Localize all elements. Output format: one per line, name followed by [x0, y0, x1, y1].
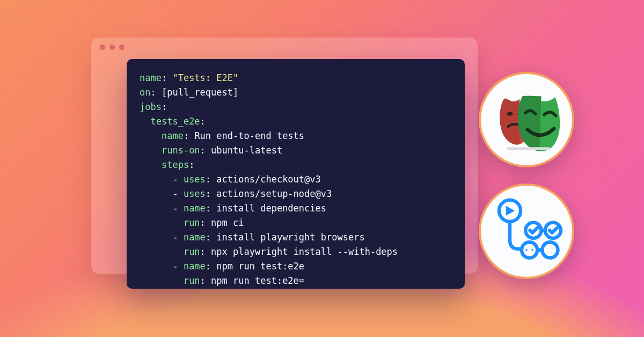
- traffic-light-dot: [109, 45, 115, 50]
- code-token: : Run end-to-end tests: [184, 130, 304, 141]
- code-token: tests_e2e: [150, 116, 200, 127]
- code-line: run: npm ci: [140, 216, 452, 230]
- code-token: run: [184, 275, 200, 286]
- code-token: name: [184, 203, 206, 214]
- code-line: - uses: actions/setup-node@v3: [140, 187, 452, 201]
- code-line: - name: install playwright browsers: [140, 230, 452, 245]
- code-token: run: [184, 217, 200, 228]
- code-token: uses: [184, 174, 206, 185]
- code-token: :: [162, 72, 172, 83]
- code-token: :: [200, 116, 206, 127]
- code-token: [140, 116, 150, 127]
- code-token: steps: [162, 159, 189, 170]
- code-token: : npm ci: [200, 217, 244, 228]
- code-line: - name: install dependencies: [140, 201, 452, 216]
- code-token: run: [184, 246, 200, 257]
- code-token: name: [140, 72, 162, 83]
- code-token: name: [184, 232, 206, 243]
- code-token: runs-on: [162, 145, 200, 156]
- code-token: uses: [184, 188, 206, 199]
- traffic-light-dot: [100, 45, 105, 50]
- code-token: name: [184, 261, 206, 272]
- code-line: - uses: actions/checkout@v3: [140, 172, 452, 187]
- code-token: [140, 130, 162, 141]
- code-line: on: [pull_request]: [140, 85, 452, 100]
- playwright-badge: [479, 72, 574, 167]
- code-token: on: [140, 87, 150, 98]
- github-actions-badge: [479, 184, 574, 279]
- traffic-light-dot: [119, 45, 125, 50]
- code-token: :: [162, 101, 167, 112]
- code-line: runs-on: ubuntu-latest: [140, 143, 452, 158]
- github-actions-icon: [487, 192, 566, 270]
- code-token: : [pull_request]: [150, 87, 238, 98]
- playwright-masks-icon: [487, 80, 566, 159]
- code-token: [140, 275, 184, 286]
- code-token: name: [162, 130, 184, 141]
- code-token: [140, 159, 162, 170]
- code-token: [140, 246, 184, 257]
- code-token: "Tests: E2E": [172, 72, 238, 83]
- code-line: run: npm run test:e2e=: [140, 274, 452, 288]
- code-token: jobs: [140, 101, 162, 112]
- code-token: -: [140, 188, 184, 199]
- window-titlebar: [91, 38, 478, 57]
- code-token: : install playwright browsers: [206, 232, 365, 243]
- code-token: : npx playwright install --with-deps: [200, 246, 398, 257]
- code-editor-panel: name: "Tests: E2E"on: [pull_request]jobs…: [127, 59, 465, 289]
- code-token: : ubuntu-latest: [200, 145, 283, 156]
- code-line: tests_e2e:: [140, 114, 452, 129]
- svg-rect-2: [507, 147, 550, 150]
- code-line: name: "Tests: E2E": [140, 71, 452, 85]
- code-line: run: npx playwright install --with-deps: [140, 245, 452, 259]
- code-token: [140, 145, 162, 156]
- code-token: [140, 217, 184, 228]
- svg-point-8: [531, 249, 533, 251]
- code-token: -: [140, 261, 184, 272]
- code-line: steps:: [140, 158, 452, 172]
- code-token: : actions/checkout@v3: [206, 174, 321, 185]
- code-token: -: [140, 232, 184, 243]
- code-token: :: [189, 159, 194, 170]
- code-token: : actions/setup-node@v3: [206, 188, 332, 199]
- code-line: - name: npm run test:e2e: [140, 259, 452, 274]
- code-token: : npm run test:e2e: [206, 261, 304, 272]
- code-token: -: [140, 203, 184, 214]
- code-token: : install dependencies: [206, 203, 326, 214]
- svg-point-7: [525, 249, 528, 251]
- code-line: jobs:: [140, 100, 452, 114]
- svg-point-6: [522, 242, 537, 258]
- svg-point-9: [542, 242, 558, 258]
- code-token: : npm run test:e2e=: [200, 275, 304, 286]
- code-token: -: [140, 174, 184, 185]
- svg-point-0: [507, 112, 513, 115]
- code-line: name: Run end-to-end tests: [140, 129, 452, 143]
